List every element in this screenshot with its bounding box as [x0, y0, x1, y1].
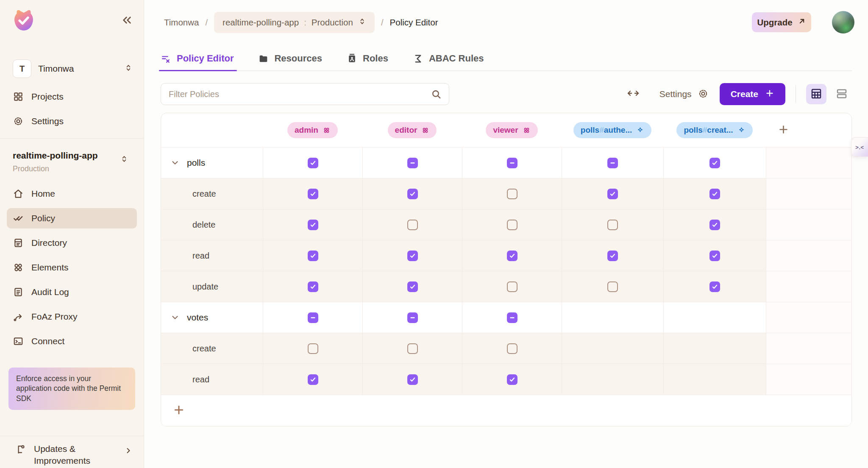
permission-checkbox-indeterminate[interactable] [507, 158, 517, 168]
chevron-right-icon [124, 446, 133, 457]
workspace-selector[interactable]: T Timonwa [13, 59, 133, 78]
filter-policies-input[interactable] [161, 83, 449, 105]
permission-cell [362, 148, 462, 178]
role-chip[interactable]: admin [287, 122, 338, 138]
permission-checkbox-checked[interactable] [709, 251, 720, 261]
permission-checkbox-unchecked[interactable] [507, 281, 517, 292]
policy-settings-button[interactable] [698, 88, 709, 100]
project-selector[interactable]: realtime-polling-app Production [0, 145, 144, 173]
role-chip[interactable]: editor [388, 122, 437, 138]
permission-checkbox-unchecked[interactable] [507, 343, 517, 354]
role-circles-icon [421, 126, 429, 134]
sidebar-item-audit-log[interactable]: Audit Log [7, 282, 137, 302]
role-chip[interactable]: viewer [486, 122, 537, 138]
sidebar-item-projects[interactable]: Projects [7, 86, 137, 107]
add-role-button[interactable] [778, 124, 789, 136]
permission-checkbox-checked[interactable] [308, 220, 318, 230]
sidebar: T Timonwa ProjectsSettings realtime-poll… [0, 0, 144, 468]
resource-row-label[interactable]: polls [161, 148, 263, 178]
expand-columns-icon[interactable] [626, 88, 640, 100]
home-icon [13, 188, 24, 199]
sidebar-item-elements[interactable]: Elements [7, 257, 137, 278]
user-avatar[interactable] [832, 11, 854, 33]
updates-label: Updates & Improvements [34, 443, 117, 467]
permission-checkbox-indeterminate[interactable] [407, 158, 418, 168]
sidebar-item-foaz-proxy[interactable]: FoAz Proxy [7, 306, 137, 327]
role-chip-label: viewer [493, 125, 518, 135]
permission-checkbox-checked[interactable] [407, 374, 418, 385]
resource-set-chip[interactable]: polls#authe... [573, 122, 651, 138]
matrix-empty-cell [766, 302, 851, 333]
breadcrumb-workspace[interactable]: Timonwa [164, 17, 199, 28]
permission-checkbox-checked[interactable] [308, 374, 318, 385]
sidebar-item-directory[interactable]: Directory [7, 233, 137, 253]
permission-cell [263, 178, 362, 209]
permission-checkbox-indeterminate[interactable] [607, 158, 618, 168]
sidebar-divider [0, 138, 144, 139]
permission-checkbox-checked[interactable] [607, 251, 618, 261]
permission-cell [462, 271, 562, 302]
permission-cell [263, 240, 362, 271]
permission-checkbox-checked[interactable] [308, 158, 318, 168]
permission-cell [362, 178, 462, 209]
matrix-empty-cell [766, 333, 851, 364]
sidebar-item-policy[interactable]: Policy [7, 208, 137, 228]
permission-checkbox-unchecked[interactable] [507, 189, 517, 199]
tab-resources[interactable]: Resources [258, 47, 322, 70]
permission-checkbox-unchecked[interactable] [607, 220, 618, 230]
sidebar-item-connect[interactable]: Connect [7, 331, 137, 351]
permission-checkbox-checked[interactable] [507, 374, 517, 385]
list-view-toggle[interactable] [832, 84, 852, 104]
policy-settings-label[interactable]: Settings [659, 89, 692, 99]
permission-checkbox-checked[interactable] [308, 189, 318, 199]
breadcrumb-project-env-selector[interactable]: realtime-polling-app : Production [214, 12, 375, 33]
matrix-empty-cell [766, 364, 851, 395]
sidebar-collapse-button[interactable] [121, 14, 133, 27]
permission-checkbox-checked[interactable] [308, 281, 318, 292]
permission-checkbox-unchecked[interactable] [407, 220, 418, 230]
permission-checkbox-unchecked[interactable] [507, 220, 517, 230]
matrix-row: delete [161, 209, 851, 240]
permission-cell [462, 209, 562, 240]
permission-checkbox-checked[interactable] [709, 281, 720, 292]
permission-cell [462, 302, 562, 333]
list-view-icon [835, 87, 848, 101]
sidebar-item-home[interactable]: Home [7, 184, 137, 204]
directory-icon [13, 237, 24, 248]
permission-checkbox-checked[interactable] [507, 251, 517, 261]
permission-checkbox-unchecked[interactable] [308, 343, 318, 354]
add-resource-button[interactable] [172, 404, 185, 418]
permission-checkbox-indeterminate[interactable] [407, 312, 418, 323]
permission-checkbox-checked[interactable] [407, 189, 418, 199]
permission-cell [263, 209, 362, 240]
tab-roles[interactable]: Roles [347, 47, 388, 70]
permission-checkbox-checked[interactable] [308, 251, 318, 261]
tab-bar: Policy EditorResourcesRolesABAC Rules [161, 47, 852, 71]
action-name: create [192, 189, 216, 199]
resource-set-chip-label: polls#creat... [684, 125, 733, 135]
sidebar-item-settings[interactable]: Settings [7, 111, 137, 131]
permission-checkbox-checked[interactable] [709, 189, 720, 199]
sidebar-menu: HomePolicyDirectoryElementsAudit LogFoAz… [0, 184, 144, 351]
permission-checkbox-checked[interactable] [709, 158, 720, 168]
tab-policy-editor[interactable]: Policy Editor [161, 47, 234, 70]
permission-checkbox-indeterminate[interactable] [507, 312, 517, 323]
resource-row-label[interactable]: votes [161, 302, 263, 333]
tab-abac-rules[interactable]: ABAC Rules [413, 47, 484, 70]
permission-checkbox-checked[interactable] [607, 189, 618, 199]
resource-set-chip[interactable]: polls#creat... [676, 122, 752, 138]
permission-checkbox-indeterminate[interactable] [308, 312, 318, 323]
permission-checkbox-checked[interactable] [407, 251, 418, 261]
upgrade-button[interactable]: Upgrade [752, 12, 811, 32]
table-view-toggle[interactable] [806, 84, 826, 104]
floating-side-tab[interactable]: >.< [851, 137, 868, 157]
create-button[interactable]: Create [720, 83, 785, 105]
breadcrumb-environment: Production [312, 17, 353, 28]
permission-checkbox-checked[interactable] [407, 281, 418, 292]
sidebar-item-label: FoAz Proxy [31, 312, 78, 322]
permission-cell [562, 178, 663, 209]
sidebar-item-updates[interactable]: Updates & Improvements [0, 436, 144, 468]
permission-checkbox-checked[interactable] [709, 220, 720, 230]
permission-checkbox-unchecked[interactable] [407, 343, 418, 354]
permission-checkbox-unchecked[interactable] [607, 281, 618, 292]
